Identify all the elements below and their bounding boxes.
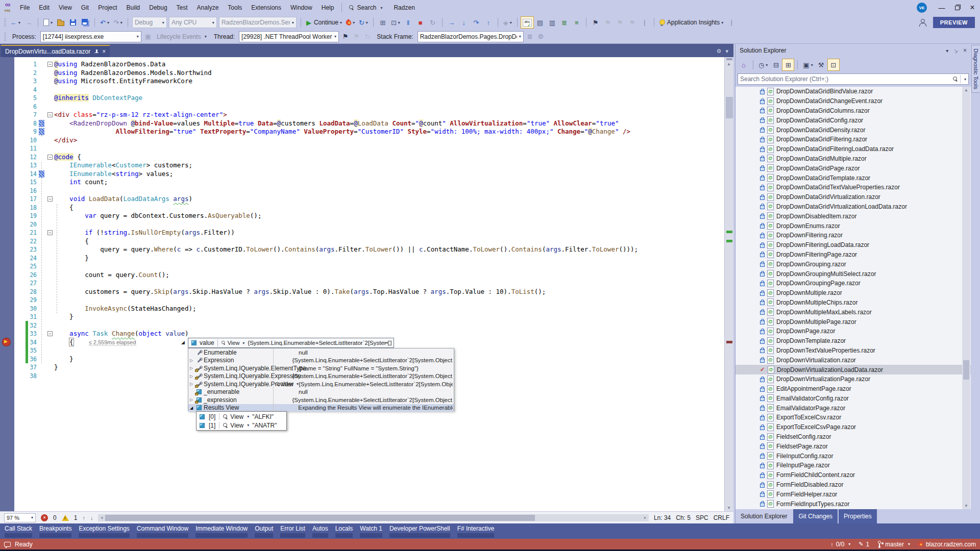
file-item[interactable]: @DropDownMultipleChips.razor [736, 298, 971, 308]
back-button[interactable]: ←▾ [8, 16, 22, 29]
text-visualizer-button[interactable] [521, 16, 534, 29]
redo-button[interactable]: ↷▾ [111, 16, 125, 29]
fold-collapse-icon[interactable]: − [47, 196, 53, 202]
code-text[interactable] [54, 279, 724, 288]
minimize-button[interactable]: — [934, 0, 949, 15]
file-item[interactable]: @DropDownDataGridTemplate.razor [736, 173, 971, 183]
datatip-row[interactable]: ▷System.Linq.IQueryable.ElementType{Name… [188, 364, 454, 372]
window-position-icon[interactable]: ▾ [946, 48, 948, 54]
results-item-row[interactable]: [1]View▾"ANATR" [197, 421, 286, 430]
file-item[interactable]: @DropDownMultiplePage.razor [736, 317, 971, 327]
expander-collapsed-icon[interactable]: ▷ [190, 358, 195, 363]
file-item[interactable]: @FormFieldDisabled.razor [736, 480, 971, 490]
tab-close-icon[interactable]: × [102, 48, 106, 55]
code-text[interactable]: if (!string.IsNullOrEmpty(args.Filter)) [54, 229, 724, 237]
debugbar-combo[interactable]: [12744] iisexpress.exe▾ [40, 31, 141, 42]
panel-tab-breakpoints[interactable]: Breakpoints [37, 524, 74, 538]
scroll-left-icon[interactable]: ◂ [98, 515, 105, 520]
splitter-handle[interactable] [726, 58, 732, 60]
datatip-row[interactable]: ▷Expression{System.Linq.Enumerable+Selec… [188, 357, 454, 365]
code-text[interactable]: IEnumerable<Customer> customers; [54, 161, 724, 170]
file-item[interactable]: ✓@DropDownVirtualizationLoadData.razor [736, 365, 971, 374]
panel-tab-immediate-window[interactable]: Immediate Window [193, 524, 250, 538]
code-text[interactable]: void LoadData(LoadDataArgs args) [54, 195, 724, 204]
peek-definition-button[interactable]: ▥ [546, 16, 558, 29]
debugbar-combo[interactable]: RadzenBlazorDemos.Pages.DropDownVirt▾ [418, 31, 524, 42]
file-item[interactable]: @FileInputPage.razor [736, 461, 971, 470]
file-item[interactable]: @DropDownEnums.razor [736, 221, 971, 231]
menu-item-help[interactable]: Help [317, 0, 339, 15]
stop-debugging-button[interactable]: ■ [414, 16, 427, 29]
warning-icon[interactable] [62, 515, 69, 521]
code-text[interactable]: count = query.Count(); [54, 271, 724, 280]
menu-item-debug[interactable]: Debug [144, 0, 172, 15]
code-text[interactable]: AllowFiltering="true" TextProperty="Comp… [54, 128, 724, 136]
editor-vertical-scrollbar[interactable]: ▲ ▼ [724, 57, 733, 511]
code-text[interactable] [54, 220, 724, 229]
feedback-icon[interactable] [919, 19, 927, 26]
file-item[interactable]: @DropDownTextValueProperties.razor [736, 346, 971, 356]
app-insights-button[interactable]: Application Insights▾ [657, 16, 725, 29]
tool-tab-git-changes[interactable]: Git Changes [793, 509, 838, 523]
hot-reload-status[interactable]: blazor.radzen.com [918, 541, 976, 548]
solution-config-combo[interactable]: Debug▾ [132, 17, 167, 28]
scroll-up-icon[interactable]: ▲ [727, 62, 731, 66]
menu-item-edit[interactable]: Edit [34, 0, 54, 15]
hot-reload-button[interactable]: ▾ [344, 16, 357, 29]
flag-current-icon[interactable]: ⚑ [342, 33, 349, 40]
break-all-button[interactable]: ‖ [402, 16, 414, 29]
next-issue-icon[interactable]: ↓ [90, 515, 93, 521]
open-file-button[interactable] [55, 16, 67, 29]
scrollbar-thumb[interactable] [726, 97, 733, 118]
file-item[interactable]: @DropDownFilteringLoadData.razor [736, 240, 971, 250]
navigate-doc-button[interactable]: ▤ [534, 16, 546, 29]
code-text[interactable]: } [54, 313, 724, 321]
avatar[interactable]: VE [917, 3, 927, 13]
menu-item-tools[interactable]: Tools [223, 0, 247, 15]
restart-button[interactable]: ↻▾ [357, 16, 370, 29]
new-item-button[interactable]: ▾ [41, 16, 55, 29]
file-item[interactable]: @DropDownGrouping.razor [736, 259, 971, 269]
code-text[interactable]: customers = query.Skip(args.Skip.HasValu… [54, 288, 724, 296]
panel-tab-exception-settings[interactable]: Exception Settings [76, 524, 132, 538]
file-item[interactable]: @FormFieldInputTypes.razor [736, 499, 971, 509]
breakpoint-current-statement-icon[interactable] [3, 338, 10, 346]
datatip-header[interactable]: value View ▾ {System.Linq.Enumerable+Sel… [188, 338, 394, 348]
panel-tab-output[interactable]: Output [252, 524, 276, 538]
panel-tab-command-window[interactable]: Command Window [134, 524, 191, 538]
file-item[interactable]: @DropDownTemplate.razor [736, 336, 971, 346]
code-text[interactable]: query = query.Where(c => c.CustomerID.To… [54, 245, 724, 254]
code-text[interactable] [54, 321, 724, 330]
clear-bookmarks-button[interactable]: ⚑ [626, 16, 639, 29]
file-item[interactable]: @DropDownFiltering.razor [736, 231, 971, 240]
scroll-down-icon[interactable]: ▼ [964, 504, 968, 508]
file-item[interactable]: @DropDownDisabledItem.razor [736, 211, 971, 221]
file-item[interactable]: @DropDownVirtualization.razor [736, 355, 971, 365]
expander-expanded-icon[interactable]: ◢ [190, 406, 195, 410]
panel-tab-call-stack[interactable]: Call Stack [2, 524, 35, 538]
file-item[interactable]: @DropDownDataGridPage.razor [736, 163, 971, 173]
file-item[interactable]: @DropDownDataGridFilteringLoadData.razor [736, 144, 971, 154]
view-dropdown[interactable]: View ▾ [221, 340, 245, 346]
file-item[interactable]: @EmailValidatorConfig.razor [736, 394, 971, 404]
code-text[interactable]: } [54, 254, 724, 263]
lifecycle-events-dropdown[interactable]: Lifecycle Events▾ [157, 33, 207, 40]
git-branch[interactable]: master▾ [877, 541, 910, 548]
file-item[interactable]: @DropDownDataGridFiltering.razor [736, 135, 971, 144]
file-item[interactable]: @ExportToExcelCsvPage.razor [736, 422, 971, 432]
properties-button[interactable]: ⚒ [815, 59, 827, 71]
scroll-up-icon[interactable]: ▲ [964, 88, 968, 92]
bookmark-overflow-button[interactable]: ⋮ [639, 16, 651, 29]
toolbar-grip[interactable] [4, 18, 6, 27]
code-text[interactable] [54, 86, 724, 94]
collapse-all-button[interactable]: ⊟ [770, 59, 782, 71]
menu-item-analyze[interactable]: Analyze [192, 0, 224, 15]
close-button[interactable]: × [965, 0, 980, 15]
file-item[interactable]: @FileInputConfig.razor [736, 451, 971, 461]
search-input[interactable] [740, 76, 953, 83]
next-bookmark-button[interactable]: ⚑ [614, 16, 626, 29]
code-text[interactable]: int count; [54, 178, 724, 187]
tab-list-icon[interactable]: ▾ [725, 48, 728, 55]
only-flagged-icon[interactable]: ↻ [364, 33, 370, 40]
document-tab[interactable]: DropDownVirtu...oadData.razor × [1, 45, 110, 57]
